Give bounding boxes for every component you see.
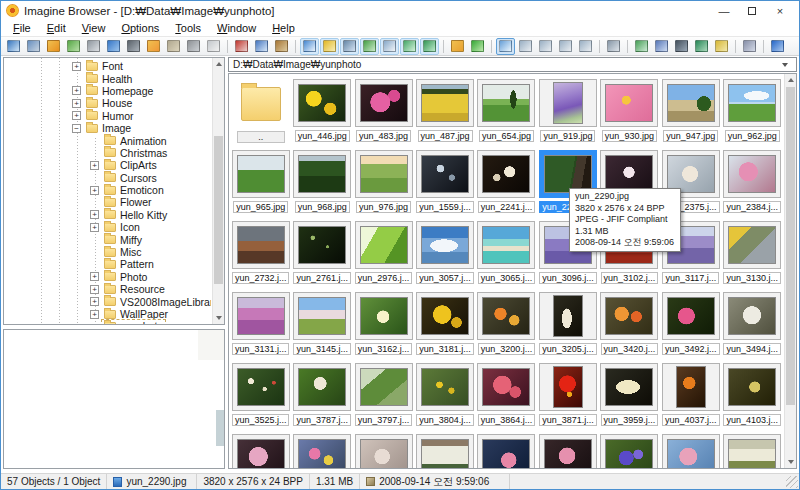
folder-up-item[interactable]: .. xyxy=(230,76,291,147)
thumbnail-item[interactable] xyxy=(291,431,352,468)
tree-item-cliparts[interactable]: +ClipArts xyxy=(4,159,211,171)
thumbnail-item[interactable]: yun_3181.j... xyxy=(414,289,475,360)
slideshow-button[interactable] xyxy=(632,38,651,55)
thumbnail-item[interactable]: yun_4037.j... xyxy=(660,360,721,431)
thumbnail-scrollbar[interactable] xyxy=(784,74,796,468)
tree-item-animation[interactable]: Animation xyxy=(4,134,211,146)
menu-item-view[interactable]: View xyxy=(74,21,114,35)
thumbnail-item[interactable] xyxy=(353,431,414,468)
new-folder-button[interactable] xyxy=(144,38,163,55)
delete-button[interactable] xyxy=(184,38,203,55)
refresh-button[interactable] xyxy=(468,38,487,55)
tree-scrollbar[interactable] xyxy=(212,58,224,324)
thumbnail-item[interactable] xyxy=(537,431,598,468)
thumbnail-item[interactable]: yun_3804.j... xyxy=(414,360,475,431)
rename-button[interactable] xyxy=(164,38,183,55)
thumbnail-item[interactable]: yun_962.jpg xyxy=(722,76,783,147)
thumbnail-item[interactable]: yun_3057.j... xyxy=(414,218,475,289)
tree-item-vs2008imagelibrary[interactable]: +VS2008ImageLibrary xyxy=(4,295,211,307)
print-button[interactable] xyxy=(84,38,103,55)
tree-item-misc[interactable]: Misc xyxy=(4,246,211,258)
thumbnail-item[interactable]: yun_3871.j... xyxy=(537,360,598,431)
open-button[interactable] xyxy=(44,38,63,55)
expand-toggle[interactable]: + xyxy=(72,62,81,71)
file-info-button[interactable] xyxy=(104,38,123,55)
thumbnail-item[interactable]: yun_487.jpg xyxy=(414,76,475,147)
batch-convert-button[interactable] xyxy=(652,38,671,55)
thumbnail-item[interactable]: yun_3205.j... xyxy=(537,289,598,360)
thumbnail-item[interactable]: yun_3797.j... xyxy=(353,360,414,431)
thumbnail-item[interactable]: yun_483.jpg xyxy=(353,76,414,147)
thumbnail-item[interactable]: yun_3959.j... xyxy=(599,360,660,431)
tree-item-image[interactable]: −Image xyxy=(4,122,211,134)
expand-toggle[interactable]: + xyxy=(90,297,99,306)
menu-item-edit[interactable]: Edit xyxy=(39,21,74,35)
tree-item-resource[interactable]: +Resource xyxy=(4,283,211,295)
thumbnail-item[interactable]: yun_3162.j... xyxy=(353,289,414,360)
menu-item-window[interactable]: Window xyxy=(209,21,264,35)
thumbnail-item[interactable] xyxy=(599,431,660,468)
history-button[interactable] xyxy=(340,38,359,55)
menu-item-tools[interactable]: Tools xyxy=(167,21,209,35)
resize-grip[interactable] xyxy=(786,476,798,488)
tree-item-yunphoto[interactable]: yunphoto xyxy=(4,320,211,324)
capture-button[interactable] xyxy=(124,38,143,55)
tree-item-miffy[interactable]: Miffy xyxy=(4,233,211,245)
tree-item-christmas[interactable]: Christmas xyxy=(4,147,211,159)
scroll-up-arrow[interactable] xyxy=(213,58,224,70)
expand-toggle[interactable]: + xyxy=(90,272,99,281)
thumbnail-item[interactable]: yun_654.jpg xyxy=(476,76,537,147)
thumbnail-item[interactable]: yun_3525.j... xyxy=(230,360,291,431)
thumbnail-item[interactable]: yun_2761.j... xyxy=(291,218,352,289)
thumbnail-item[interactable]: yun_2384.j... xyxy=(722,147,783,218)
tree-item-pattern[interactable]: Pattern xyxy=(4,258,211,270)
maximize-button[interactable] xyxy=(738,2,766,19)
sort-button[interactable] xyxy=(320,38,339,55)
expand-toggle[interactable]: + xyxy=(90,186,99,195)
tree-item-health[interactable]: Health xyxy=(4,72,211,84)
thumbnail-item[interactable]: yun_3130.j... xyxy=(722,218,783,289)
batch-edit-button[interactable] xyxy=(712,38,731,55)
minimize-button[interactable]: — xyxy=(710,2,738,19)
image-browse-button[interactable] xyxy=(420,38,439,55)
thumbnail-item[interactable]: yun_3494.j... xyxy=(722,289,783,360)
thumbnail-item[interactable]: yun_930.jpg xyxy=(599,76,660,147)
expand-toggle[interactable]: + xyxy=(72,86,81,95)
tree-item-emoticon[interactable]: +Emoticon xyxy=(4,184,211,196)
tree-item-wallpaper[interactable]: +WallPaper xyxy=(4,308,211,320)
expand-toggle[interactable]: + xyxy=(90,210,99,219)
thumbnail-item[interactable]: yun_2732.j... xyxy=(230,218,291,289)
thumbnail-item[interactable] xyxy=(722,431,783,468)
tree-item-hello-kitty[interactable]: +Hello Kitty xyxy=(4,209,211,221)
thumbnail-item[interactable]: yun_2241.j... xyxy=(476,147,537,218)
tree-item-cursors[interactable]: Cursors xyxy=(4,172,211,184)
menu-item-file[interactable]: File xyxy=(5,21,39,35)
thumbnail-pane-button[interactable] xyxy=(380,38,399,55)
thumbnail-item[interactable]: yun_965.jpg xyxy=(230,147,291,218)
scroll-down-arrow[interactable] xyxy=(785,456,796,468)
thumbnail-item[interactable]: yun_2976.j... xyxy=(353,218,414,289)
thumbnail-scrollbar-thumb[interactable] xyxy=(786,87,795,405)
thumbnail-item[interactable]: yun_3131.j... xyxy=(230,289,291,360)
filmstrip-button[interactable] xyxy=(692,38,711,55)
thumbnail-item[interactable] xyxy=(476,431,537,468)
expand-toggle[interactable]: + xyxy=(90,310,99,319)
tree-item-humor[interactable]: +Humor xyxy=(4,110,211,122)
thumbnail-item[interactable]: yun_3787.j... xyxy=(291,360,352,431)
expand-toggle[interactable]: + xyxy=(90,161,99,170)
scroll-up-arrow[interactable] xyxy=(785,74,796,86)
thumbnail-item[interactable]: yun_3420.j... xyxy=(599,289,660,360)
help-button[interactable] xyxy=(768,38,787,55)
thumbnail-item[interactable]: yun_4103.j... xyxy=(722,360,783,431)
tree-item-icon[interactable]: +Icon xyxy=(4,221,211,233)
parent-folder-button[interactable] xyxy=(448,38,467,55)
save-as-button[interactable] xyxy=(672,38,691,55)
tree-item-homepage[interactable]: +Homepage xyxy=(4,85,211,97)
expand-toggle[interactable]: + xyxy=(90,285,99,294)
delete-file-button[interactable] xyxy=(204,38,223,55)
paste-button[interactable] xyxy=(272,38,291,55)
thumbnail-item[interactable]: yun_3145.j... xyxy=(291,289,352,360)
copy-button[interactable] xyxy=(252,38,271,55)
folder-tree-button[interactable] xyxy=(360,38,379,55)
tree-scrollbar-thumb[interactable] xyxy=(214,136,223,284)
